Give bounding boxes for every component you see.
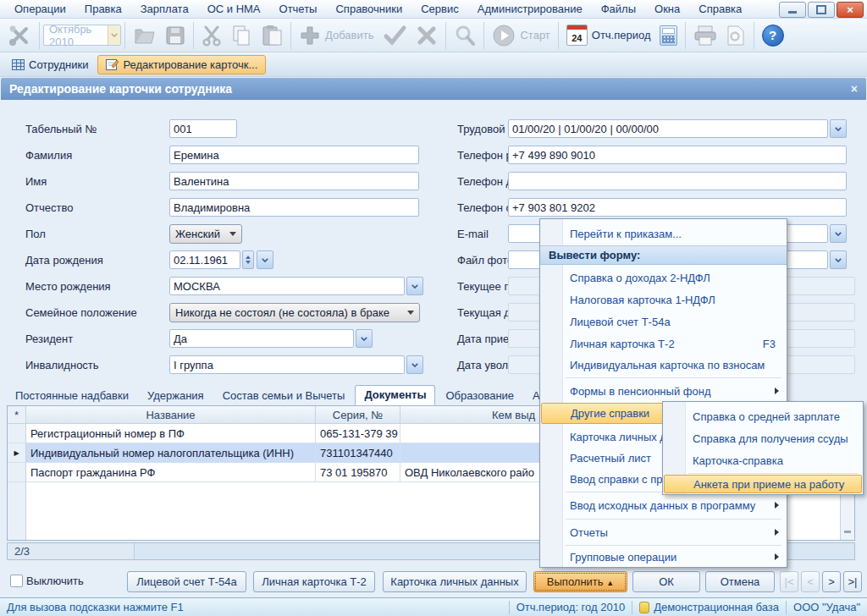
submenu-hire-form[interactable]: Анкета при приеме на работу: [664, 475, 862, 493]
disability-field[interactable]: [169, 355, 405, 374]
dialog-close-icon[interactable]: ×: [851, 78, 858, 100]
submenu-arrow-icon: [775, 502, 779, 509]
menu-goto-orders[interactable]: Перейти к приказам...: [541, 223, 786, 245]
period-dropdown-button[interactable]: [108, 25, 120, 45]
menu-account-t54[interactable]: Лицевой счет Т-54а: [541, 311, 786, 333]
menu-edit[interactable]: Правка: [75, 0, 131, 19]
submenu-loan-cert[interactable]: Справка для получения ссуды: [664, 427, 862, 449]
tab-deductions[interactable]: Удержания: [139, 387, 213, 405]
menu-operations[interactable]: Операции: [5, 0, 75, 19]
row-marker-cell: [8, 463, 26, 482]
nav-last-button[interactable]: >|: [843, 571, 862, 592]
cut-button[interactable]: [197, 21, 226, 50]
birth-place-field[interactable]: [169, 277, 405, 295]
menu-other-certs-label: Другие справки: [571, 407, 649, 420]
birth-date-dropdown[interactable]: [257, 250, 273, 269]
report-period-button[interactable]: 24 Отч.период: [562, 21, 655, 50]
doc-series-cell[interactable]: 73 01 195870: [316, 463, 400, 482]
birth-date-spinner[interactable]: [242, 250, 254, 269]
marital-status-combobox[interactable]: Никогда не состоял (не состояла) в браке: [169, 303, 420, 322]
calculator-button[interactable]: [655, 21, 682, 50]
open-button[interactable]: [129, 21, 161, 50]
copy-button[interactable]: [226, 21, 257, 50]
email-dropdown[interactable]: [830, 224, 847, 243]
settings-button[interactable]: [3, 21, 36, 50]
doc-name-cell[interactable]: Индивидуальный номер налогоплательщика (…: [26, 443, 316, 463]
menu-tax-card-1ndfl[interactable]: Налоговая карточка 1-НДФЛ: [541, 289, 786, 311]
gender-combobox[interactable]: Женский: [169, 224, 242, 244]
execute-button[interactable]: Выполнить ▲: [533, 571, 627, 592]
search-button[interactable]: [450, 21, 480, 50]
tab-education[interactable]: Образование: [437, 387, 522, 405]
disable-checkbox[interactable]: [10, 575, 23, 587]
print-button[interactable]: [689, 21, 721, 50]
period-combobox[interactable]: Октябрь 2010: [43, 25, 121, 46]
menu-files[interactable]: Файлы: [592, 0, 645, 19]
submenu-card-cert[interactable]: Карточка-справка: [664, 449, 862, 471]
card-t2-button[interactable]: Личная карточка Т-2: [253, 571, 375, 592]
resident-field[interactable]: [169, 329, 354, 348]
menu-fixed-assets[interactable]: ОС и НМА: [198, 0, 270, 19]
menu-reports[interactable]: Отчеты: [270, 0, 327, 19]
cancel-button[interactable]: Отмена: [705, 571, 775, 592]
disability-dropdown[interactable]: [406, 355, 423, 374]
last-name-field[interactable]: [169, 146, 419, 164]
mobile-phone-field[interactable]: [508, 198, 847, 217]
nav-next-button[interactable]: >: [822, 571, 841, 592]
nav-prev-button[interactable]: <: [801, 571, 820, 592]
series-column-header[interactable]: Серия, №: [316, 406, 400, 424]
work-experience-dropdown[interactable]: [830, 119, 847, 138]
work-phone-field[interactable]: [508, 146, 847, 164]
tab-documents[interactable]: Документы: [355, 385, 435, 405]
add-button[interactable]: Добавить: [295, 21, 378, 50]
menu-contribution-card[interactable]: Индивидуальная карточка по взносам: [541, 355, 786, 376]
preview-button[interactable]: [721, 21, 750, 50]
photo-file-dropdown[interactable]: [830, 250, 847, 269]
doc-series-cell[interactable]: 731101347440: [316, 443, 400, 463]
menu-directories[interactable]: Справочники: [326, 0, 411, 19]
menu-pension-forms[interactable]: Формы в пенсионный фонд: [541, 380, 786, 402]
delete-button[interactable]: [411, 21, 442, 50]
menu-service[interactable]: Сервис: [411, 0, 468, 19]
restore-button[interactable]: [808, 2, 835, 18]
middle-name-field[interactable]: [169, 198, 419, 217]
ok-button[interactable]: ОК: [632, 571, 700, 592]
birth-date-field[interactable]: [169, 250, 240, 269]
menu-group-operations[interactable]: Групповые операции: [541, 547, 786, 567]
paste-button[interactable]: [257, 21, 287, 50]
menu-help[interactable]: Справка: [689, 0, 751, 19]
tab-editing-card[interactable]: Редактирование карточк...: [97, 55, 266, 74]
menu-windows[interactable]: Окна: [645, 0, 689, 19]
nav-first-button[interactable]: |<: [780, 571, 798, 592]
tab-allowances[interactable]: Постоянные надбавки: [7, 387, 137, 405]
tab-employees[interactable]: Сотрудники: [4, 56, 96, 74]
doc-series-cell[interactable]: 065-131-379 39: [316, 424, 400, 443]
minimize-button[interactable]: [779, 2, 806, 18]
help-button[interactable]: ?: [758, 21, 788, 50]
doc-name-cell[interactable]: Паспорт гражданина РФ: [26, 463, 316, 482]
menu-administration[interactable]: Администрирование: [468, 0, 592, 19]
name-column-header[interactable]: Название: [26, 406, 316, 424]
tab-number-field[interactable]: [169, 119, 237, 138]
menu-initial-data[interactable]: Ввод исходных данных в программу: [541, 494, 786, 516]
personal-data-card-button[interactable]: Карточка личных данных: [383, 571, 527, 592]
save-button[interactable]: [161, 21, 190, 50]
confirm-button[interactable]: [378, 21, 411, 50]
submenu-average-salary-cert[interactable]: Справка о средней зарплате: [664, 405, 862, 427]
menu-salary[interactable]: Зарплата: [131, 0, 198, 19]
menu-income-cert-2ndfl[interactable]: Справка о доходах 2-НДФЛ: [541, 267, 786, 289]
birth-place-dropdown[interactable]: [406, 277, 423, 295]
menu-card-t2[interactable]: Личная карточка Т-2 F3: [541, 333, 786, 355]
tab-family[interactable]: Состав семьи и Вычеты: [214, 387, 354, 405]
window-controls: ×: [779, 2, 864, 18]
close-window-button[interactable]: ×: [837, 2, 864, 18]
start-button[interactable]: Старт: [488, 21, 554, 50]
dialog-title: Редактирование карточки сотрудника: [9, 82, 232, 96]
resident-dropdown[interactable]: [356, 329, 373, 348]
doc-name-cell[interactable]: Регистрационный номер в ПФ: [26, 424, 316, 443]
account-t54-button[interactable]: Лицевой счет Т-54а: [127, 571, 246, 592]
first-name-field[interactable]: [169, 172, 419, 190]
menu-reports[interactable]: Отчеты: [541, 521, 786, 543]
work-experience-field[interactable]: [508, 119, 828, 138]
home-phone-field[interactable]: [508, 172, 847, 190]
